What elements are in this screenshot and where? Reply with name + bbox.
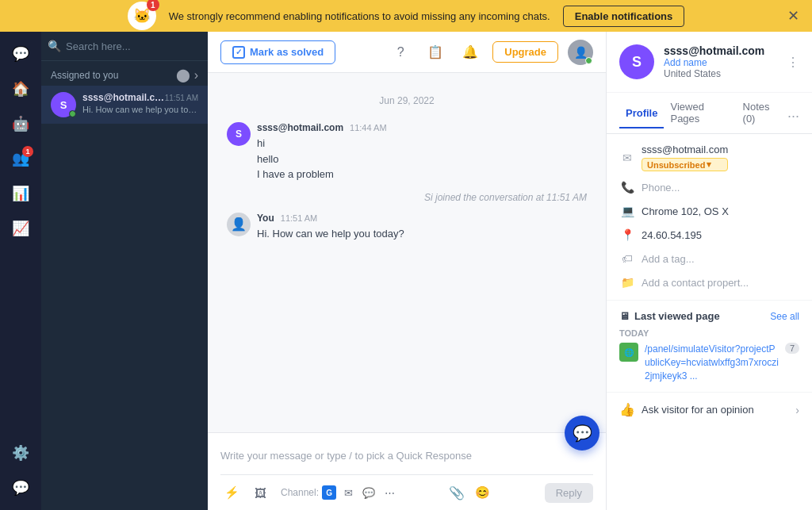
channel-label: Channel: G ✉ 💬 ⋯ <box>281 484 398 501</box>
visitor-msg-header: ssss@hotmail.com 11:44 AM <box>257 122 587 133</box>
section-header: Assigned to you ⬤ › <box>41 61 208 86</box>
browser-info: Chrome 102, OS X <box>642 205 729 217</box>
notification-bar: 🐱 1 We strongly recommend enabling notif… <box>0 0 812 32</box>
search-input[interactable] <box>66 40 201 52</box>
chevron-right-icon: › <box>795 404 799 416</box>
user-online-dot <box>585 57 592 64</box>
today-label: TODAY <box>619 328 799 338</box>
chat-header: ✓ Mark as solved ? 📋 🔔 Upgrade 👤 <box>208 32 606 73</box>
profile-details: ✉ ssss@hotmail.com Unsubscribed ▾ 📞 Phon… <box>607 134 812 300</box>
page-url[interactable]: /panel/simulateVisitor?projectPublicKey=… <box>645 343 779 382</box>
agent-msg-header: You 11:51 AM <box>257 213 587 224</box>
chat-input-area: ⚡ 🖼 Channel: G ✉ 💬 ⋯ 📎 😊 Reply <box>208 432 606 510</box>
online-dot <box>69 110 76 117</box>
subscription-badge[interactable]: Unsubscribed ▾ <box>642 158 728 171</box>
help-icon[interactable]: ? <box>388 40 413 65</box>
phone-placeholder[interactable]: Phone... <box>642 182 680 194</box>
conv-time: 11:51 AM <box>165 94 198 102</box>
visitor-message-content: ssss@hotmail.com 11:44 AM hihelloI have … <box>257 122 587 182</box>
phone-detail-row: 📞 Phone... <box>619 179 799 195</box>
last-viewed-title: 🖥 Last viewed page <box>619 310 720 322</box>
add-name-link[interactable]: Add name <box>664 57 777 68</box>
tab-more-icon[interactable]: ... <box>787 105 799 121</box>
system-message: Si joined the conversation at 11:51 AM <box>227 192 587 203</box>
date-divider: Jun 29, 2022 <box>227 95 587 106</box>
fab-button[interactable]: 💬 <box>565 416 599 451</box>
ask-opinion-row[interactable]: 👍 Ask visitor for an opinion › <box>607 392 812 427</box>
profile-menu-icon[interactable]: ⋮ <box>787 55 799 70</box>
contact-icon: 📁 <box>619 274 635 290</box>
conv-preview: Hi. How can we help you today? <box>82 105 198 114</box>
tab-notes[interactable]: Notes (0) <box>737 93 787 134</box>
dropdown-arrow: ▾ <box>707 159 711 170</box>
page-row: 🌐 /panel/simulateVisitor?projectPublicKe… <box>619 343 799 382</box>
sms-icon[interactable]: 💬 <box>360 484 377 501</box>
profile-country: United States <box>664 68 777 79</box>
clipboard-icon[interactable]: 📋 <box>423 40 448 65</box>
tab-viewed-pages[interactable]: Viewed Pages <box>664 93 736 134</box>
bell-icon[interactable]: 🔔 <box>458 40 483 65</box>
see-all-button[interactable]: See all <box>770 311 799 322</box>
tag-detail-row: 🏷 Add a tag... <box>619 251 799 267</box>
channel-text: Channel: <box>281 487 319 498</box>
sidebar-item-bot[interactable]: 🤖 <box>5 108 36 140</box>
mark-solved-button[interactable]: ✓ Mark as solved <box>220 40 335 64</box>
tag-placeholder[interactable]: Add a tag... <box>642 253 695 265</box>
profile-header: S ssss@hotmail.com Add name United State… <box>607 32 812 93</box>
email-detail-icon: ✉ <box>619 150 635 166</box>
sidebar-item-home[interactable]: 🏠 <box>5 73 36 105</box>
upgrade-button[interactable]: Upgrade <box>492 41 558 63</box>
ip-detail-row: 📍 24.60.54.195 <box>619 227 799 243</box>
sidebar-item-report[interactable]: 📊 <box>5 178 36 209</box>
conv-avatar: S <box>51 92 76 117</box>
notif-message: We strongly recommend enabling notificat… <box>169 10 550 22</box>
visitor-name: ssss@hotmail.com <box>257 122 343 133</box>
main-layout: 💬 🏠 🤖 👥 1 📊 📈 ⚙️ 💬 🔍 Assigned to you ⬤ ›… <box>0 32 812 510</box>
right-panel: S ssss@hotmail.com Add name United State… <box>606 32 812 510</box>
toggle-icon[interactable]: ⬤ › <box>176 67 198 82</box>
user-avatar[interactable]: 👤 <box>568 40 593 65</box>
conversation-item[interactable]: S ssss@hotmail.com 11:51 AM Hi. How can … <box>41 86 208 124</box>
profile-info: ssss@hotmail.com Add name United States <box>664 44 777 79</box>
enable-notif-button[interactable]: Enable notifications <box>563 6 685 27</box>
visitor-message-group: S ssss@hotmail.com 11:44 AM hihelloI hav… <box>227 122 587 182</box>
sidebar-item-group[interactable]: 👥 1 <box>5 143 36 174</box>
ask-opinion-text: Ask visitor for an opinion <box>642 404 789 416</box>
attach-icon[interactable]: 📎 <box>449 485 465 500</box>
browser-icon: 💻 <box>619 203 635 219</box>
emoji-icon[interactable]: 😊 <box>471 481 493 504</box>
chat-input[interactable] <box>220 443 593 468</box>
contact-detail-row: 📁 Add a contact propert... <box>619 274 799 290</box>
sidebar-item-chat-active[interactable]: 💬 <box>5 472 36 504</box>
detail-email: ssss@hotmail.com <box>642 144 728 155</box>
section-label: Assigned to you <box>51 70 118 81</box>
email-detail-row: ✉ ssss@hotmail.com Unsubscribed ▾ <box>619 144 799 171</box>
conv-info: ssss@hotmail.com 11:51 AM Hi. How can we… <box>82 92 198 114</box>
page-icon: 🌐 <box>619 343 638 362</box>
search-icon: 🔍 <box>48 40 61 52</box>
agent-msg-text: Hi. How can we help you today? <box>257 226 587 242</box>
browser-detail-row: 💻 Chrome 102, OS X <box>619 203 799 219</box>
visitor-avatar: S <box>227 122 251 146</box>
sidebar-item-chat[interactable]: 💬 <box>5 38 36 70</box>
contact-placeholder[interactable]: Add a contact propert... <box>642 277 749 289</box>
send-button[interactable]: Reply <box>545 483 593 503</box>
sidebar-item-settings[interactable]: ⚙️ <box>5 437 36 469</box>
visitor-msg-time: 11:44 AM <box>350 123 386 132</box>
profile-email: ssss@hotmail.com <box>664 44 777 57</box>
lightning-icon[interactable]: ⚡ <box>220 481 243 504</box>
more-channel-icon[interactable]: ⋯ <box>381 484 398 501</box>
agent-name: You <box>257 213 274 224</box>
last-viewed-header: 🖥 Last viewed page See all <box>619 310 799 322</box>
email-icon[interactable]: ✉ <box>339 484 357 501</box>
conv-email: ssss@hotmail.com <box>82 92 165 103</box>
check-icon: ✓ <box>232 46 245 59</box>
sidebar-item-analytics[interactable]: 📈 <box>5 213 36 244</box>
agent-avatar: 👤 <box>227 213 251 236</box>
image-icon[interactable]: 🖼 <box>249 481 271 504</box>
opinion-icon: 👍 <box>619 402 635 417</box>
last-viewed-section: 🖥 Last viewed page See all TODAY 🌐 /pane… <box>607 300 812 392</box>
notif-close-button[interactable]: ✕ <box>787 7 799 25</box>
conv-name-row: ssss@hotmail.com 11:51 AM <box>82 92 198 103</box>
tab-profile[interactable]: Profile <box>619 99 664 128</box>
